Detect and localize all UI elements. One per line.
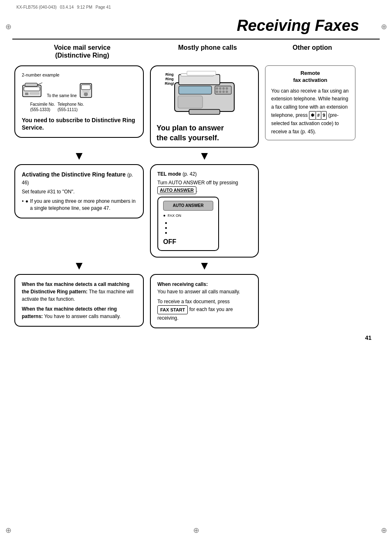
phone-icon [79,83,92,98]
activating-ref: (p. 46) [22,172,133,186]
tel-mode-box: TEL mode (p. 42) Turn AUTO ANSWER off by… [150,164,259,257]
svg-point-22 [226,91,228,93]
outcome-2-section-1: When receiving calls: You have to answer… [157,281,251,295]
meta-time: 9:12 PM [77,5,92,9]
bullet-text: If you are using three or more phone num… [30,198,136,212]
plan-text: You plan to answerthe calls yourself. [157,123,252,143]
svg-line-5 [37,83,42,85]
page-title-area: Receiving Faxes [12,9,380,39]
meta-line: KX-FLB756 (040-043) 03.4.14 9:12 PM Page… [0,0,392,9]
svg-rect-24 [189,109,220,114]
svg-rect-25 [187,71,216,75]
svg-point-16 [219,87,221,90]
outcome-2-bold-1: When receiving calls: [157,281,208,287]
col-header-1: Voice mail service(Distinctive Ring) [14,44,150,59]
outcome-1-text-2: You have to answer calls manually. [44,313,120,319]
reg-mark-br: ⊕ [380,526,388,534]
col-header-3: Other option [265,44,360,59]
col-activating: Activating the Distinctive Ring feature … [14,164,144,257]
col-outcome-1: When the fax machine detects a call matc… [14,274,144,329]
outcome-box-2: When receiving calls: You have to answer… [150,274,259,329]
key-star: ✱ [309,111,316,120]
arrow-down-1: ▼ [14,150,144,162]
col3-other-option: Remotefax activation You can also receiv… [265,65,355,140]
device-numbers: Facsimile No.(555-1333) Telephone No.(55… [30,102,84,112]
arrow-down-2: ▼ [150,150,259,162]
col2-phone-calls: RingRingRing! [150,65,259,148]
tel-no: Telephone No.(555-1111) [58,102,84,112]
ring-label: RingRingRing! [165,72,174,86]
page-title: Receiving Faxes [237,17,359,34]
page-num-text: 41 [365,334,371,341]
dots-row: ●●● [163,221,213,235]
reg-mark-tr: ⊕ [380,23,388,31]
tel-mode-title: TEL mode [157,171,181,177]
off-label: OFF [163,237,213,246]
svg-point-18 [226,87,228,90]
meta-page-ref: Page 41 [95,5,111,9]
outcome-box-1: When the fax machine detects a call matc… [14,274,144,327]
tel-mode-ref: (p. 42) [182,171,197,177]
activating-box: Activating the Distinctive Ring feature … [14,164,144,218]
svg-rect-1 [24,87,40,91]
outcome-2-section-2: To receive a fax document, press FAX STA… [157,298,251,322]
auto-answer-button-visual: AUTO ANSWER [163,201,213,211]
svg-rect-13 [179,86,212,94]
col1-voice-mail: 2-number example [14,65,144,138]
arrow-down-4: ▼ [150,260,259,272]
arrow-col-1-b: ▼ [14,258,144,274]
arrow-col-2: ▼ [150,148,259,164]
tel-instruction: Turn AUTO ANSWER off by pressing AUTO AN… [157,179,251,194]
col-header-2: Mostly phone calls [150,44,265,59]
reg-mark-bl: ⊕ [4,526,12,534]
columns-header: Voice mail service(Distinctive Ring) Mos… [0,44,392,59]
three-col-row1: 2-number example [0,59,392,148]
page: ⊕ ⊕ ⊕ ⊕ ⊕ KX-FLB756 (040-043) 03.4.14 9:… [0,0,392,555]
svg-rect-3 [30,93,39,94]
fax-on-row: ● FAX ON [163,213,213,218]
set-text: Set feature #31 to "ON". [22,188,136,195]
col-tel-mode: TEL mode (p. 42) Turn AUTO ANSWER off by… [150,164,259,257]
bullet-item-1: ● If you are using three or more phone n… [22,198,136,212]
arrow-col-1: ▼ [14,148,144,164]
bullet-icon: ● [25,198,28,212]
svg-rect-7 [81,85,90,90]
fax-on-label: FAX ON [168,213,181,218]
fax-on-dot: ● [163,213,166,218]
fax-machine-icon [22,81,44,98]
svg-point-15 [216,87,218,90]
example-label: 2-number example [22,72,136,78]
tel-mode-header: TEL mode (p. 42) [157,171,251,178]
two-col-outcome: When the fax machine detects a call matc… [0,274,392,329]
auto-answer-inline-btn: AUTO ANSWER [157,186,196,194]
outcome-2-text-1: You have to answer all calls manually. [157,289,240,295]
phone-calls-box: RingRingRing! [150,65,259,148]
remote-fax-box: Remotefax activation You can also receiv… [265,65,355,140]
remote-fax-title: Remotefax activation [271,70,349,84]
svg-point-8 [84,92,88,96]
meta-date: 03.4.14 [60,5,74,9]
two-col-bottom: Activating the Distinctive Ring feature … [0,164,392,257]
arrow-row-2: ▼ ▼ [0,258,392,274]
fax-machine-large-icon [166,70,242,118]
remote-fax-text: You can also receive a fax using an exte… [271,87,349,136]
arrow-down-3: ▼ [14,260,144,272]
key-9: 9 [321,111,327,120]
svg-point-21 [222,91,225,93]
svg-point-19 [216,91,218,93]
meta-code: KX-FLB756 (040-043) [16,5,57,9]
svg-rect-4 [25,83,37,86]
key-hash: # [316,111,321,120]
svg-rect-23 [178,96,203,108]
page-number: 41 [0,328,392,347]
svg-point-20 [219,91,221,93]
activating-title: Activating the Distinctive Ring feature … [22,171,136,186]
button-illustration: AUTO ANSWER ● FAX ON ●●● OFF [157,197,219,251]
outcome-1-section-1: When the fax machine detects a call matc… [22,281,136,303]
line-label: To the same line [47,93,77,98]
reg-mark-bc: ⊕ [192,526,200,534]
reg-mark-tl: ⊕ [4,23,12,31]
arrow-row-1: ▼ ▼ [0,148,392,164]
svg-rect-14 [215,86,231,94]
arrow-col-2-b: ▼ [150,258,259,274]
